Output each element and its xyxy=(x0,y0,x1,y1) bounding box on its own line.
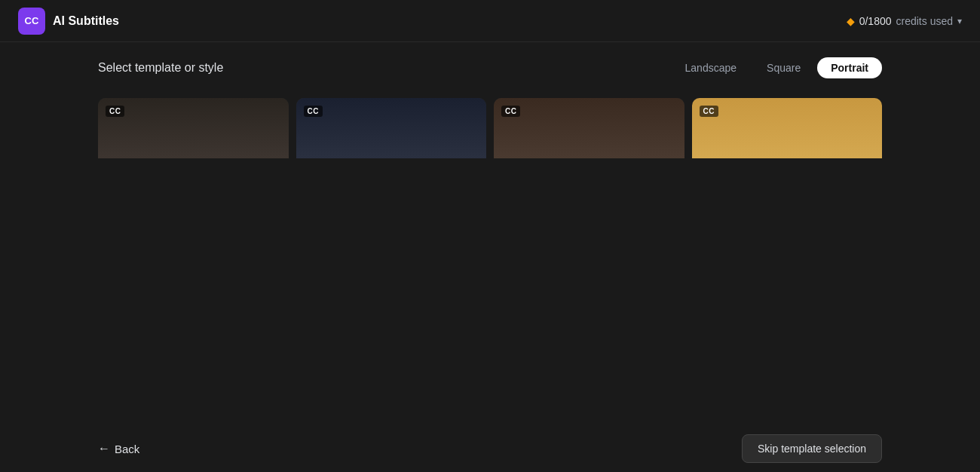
chevron-down-icon: ▾ xyxy=(957,16,962,26)
template-card-7[interactable]: CC xyxy=(494,98,684,158)
thumbnail-6: CC xyxy=(296,98,487,158)
back-label: Back xyxy=(115,443,139,455)
section-title: Select template or style xyxy=(98,61,223,75)
app-header: CC AI Subtitles ◆ 0/1800 credits used ▾ xyxy=(0,0,980,42)
main-content: Select template or style Landscape Squar… xyxy=(0,42,980,472)
template-card-8[interactable]: CC xyxy=(692,98,883,158)
cc-badge-5: CC xyxy=(106,106,124,117)
header-brand: CC AI Subtitles xyxy=(18,8,119,35)
thumbnail-8: CC xyxy=(692,98,883,158)
template-grid-row2: CC CC CC CC xyxy=(98,98,882,158)
app-title: AI Subtitles xyxy=(53,14,119,28)
skip-template-button[interactable]: Skip template selection xyxy=(742,434,882,463)
diamond-icon: ◆ xyxy=(847,15,855,27)
app-logo: CC xyxy=(18,8,45,35)
tab-square[interactable]: Square xyxy=(753,57,814,78)
tab-portrait[interactable]: Portrait xyxy=(817,57,882,78)
cc-badge-6: CC xyxy=(304,106,323,117)
credits-count: 0/1800 xyxy=(859,15,892,27)
tab-landscape[interactable]: Landscape xyxy=(672,57,751,78)
back-arrow-icon: ← xyxy=(98,442,110,455)
toolbar: Select template or style Landscape Squar… xyxy=(98,57,882,78)
template-grid-wrapper: CC ✦ THIS ▶ 👑 CC I LOVE AFFI xyxy=(98,90,882,419)
thumbnail-7: CC xyxy=(494,98,684,158)
back-button[interactable]: ← Back xyxy=(98,442,139,455)
cc-badge-8: CC xyxy=(700,106,718,117)
template-card-6[interactable]: CC xyxy=(296,98,487,158)
orientation-tabs: Landscape Square Portrait xyxy=(672,57,882,78)
template-card-5[interactable]: CC xyxy=(98,98,289,158)
cc-badge-7: CC xyxy=(501,106,520,117)
thumbnail-5: CC xyxy=(98,98,289,158)
credits-used-label: credits used xyxy=(896,15,953,27)
credits-display[interactable]: ◆ 0/1800 credits used ▾ xyxy=(847,15,962,27)
bottom-bar: ← Back Skip template selection xyxy=(98,425,882,472)
